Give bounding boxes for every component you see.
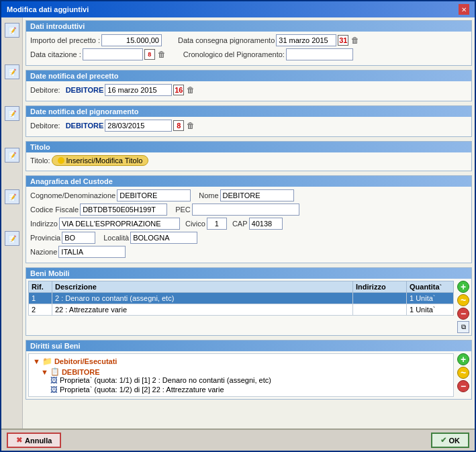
section-header-anagrafica: Anagrafica del Custode xyxy=(26,176,471,187)
cal-icon-precetto[interactable]: 16 xyxy=(173,85,184,95)
x-icon: ✖ xyxy=(16,436,22,445)
citazione-input[interactable] xyxy=(83,48,143,60)
civico-input[interactable] xyxy=(207,218,227,230)
trash-consegna[interactable]: 🗑 xyxy=(350,35,361,46)
copy-bene-button[interactable]: ⧉ xyxy=(457,321,469,333)
inserisci-titolo-button[interactable]: Inserisci/Modifica Titolo xyxy=(52,155,149,166)
cal-icon-pign[interactable]: 8 xyxy=(173,120,184,131)
cal-icon-citazione[interactable]: 8 xyxy=(144,49,155,60)
edit-diritto-button[interactable]: ~ xyxy=(457,367,469,379)
date-precetto-input[interactable] xyxy=(105,84,172,96)
section-titolo: Titolo Titolo: Inserisci/Modifica Titolo xyxy=(26,141,472,171)
cap-label: CAP xyxy=(232,220,248,228)
left-icon-2: 📝 xyxy=(5,64,19,79)
cronologico-input[interactable] xyxy=(286,48,353,60)
date-pign-input[interactable] xyxy=(105,120,172,132)
section-body-date-precetto: Debitore: DEBITORE 16 🗑 xyxy=(26,81,471,101)
left-icon-1: 📝 xyxy=(5,23,19,38)
table-row[interactable]: 1 2 : Denaro no contanti (assegni, etc) … xyxy=(29,293,454,304)
add-diritto-button[interactable]: + xyxy=(457,353,469,365)
cf-label: Codice Fiscale xyxy=(30,206,79,214)
ok-button[interactable]: ✔ OK xyxy=(431,433,470,448)
section-beni-mobili: Beni Mobili Rif. Descrizione Indirizzo Q… xyxy=(26,267,472,336)
expand-debitore-icon: ▼ xyxy=(41,368,48,376)
row-importo: Importo del precetto : Data consegna pig… xyxy=(30,34,467,46)
localita-input[interactable] xyxy=(130,232,197,244)
folder-debitore-icon: 📋 xyxy=(50,367,60,376)
section-header-beni-mobili: Beni Mobili xyxy=(26,268,471,279)
cell-desc-2: 22 : Attrezzature varie xyxy=(52,304,353,316)
trash-pign[interactable]: 🗑 xyxy=(185,120,196,131)
diritti-action-buttons: + ~ − xyxy=(457,353,469,392)
titlebar: Modifica dati aggiuntivi ✕ xyxy=(1,1,475,17)
provincia-input[interactable] xyxy=(62,232,95,244)
localita-label: Località xyxy=(103,234,129,242)
debitore-precetto-bold: DEBITORE xyxy=(66,86,104,94)
img-icon-2: 🖼 xyxy=(50,386,58,394)
cell-ind-1 xyxy=(353,293,407,304)
nome-input[interactable] xyxy=(220,189,294,201)
row-cognome-nome: Cognome/Denominazione Nome xyxy=(30,189,467,201)
row-citazione: Data citazione : 8 🗑 Cronologico del Pig… xyxy=(30,48,467,60)
section-date-precetto: Date notifica del precetto Debitore: DEB… xyxy=(26,70,472,101)
section-diritti: Diritti sui Beni ▼ 📁 Debitori/Esecutati xyxy=(26,340,472,400)
delete-diritto-button[interactable]: − xyxy=(457,380,469,392)
trash-precetto[interactable]: 🗑 xyxy=(185,85,196,95)
col-quantita: Quantita` xyxy=(407,281,454,293)
debitore-precetto-label: Debitore: xyxy=(30,86,60,94)
img-icon-1: 🖼 xyxy=(50,376,58,384)
indirizzo-input[interactable] xyxy=(59,218,180,230)
section-body-titolo: Titolo: Inserisci/Modifica Titolo xyxy=(26,152,471,171)
indirizzo-label: Indirizzo xyxy=(30,220,58,228)
delete-bene-button[interactable]: − xyxy=(457,308,469,320)
cal-icon-consegna[interactable]: 31 xyxy=(338,35,348,46)
left-icon-4: 📝 xyxy=(5,148,19,163)
cognome-label: Cognome/Denominazione xyxy=(30,191,115,199)
importo-input[interactable] xyxy=(101,34,162,46)
trash-citazione[interactable]: 🗑 xyxy=(156,49,167,60)
bottom-bar: ✖ Annulla ✔ OK xyxy=(1,428,475,451)
cell-ind-2 xyxy=(353,304,407,316)
folder-root-icon: 📁 xyxy=(42,357,52,366)
section-header-titolo: Titolo xyxy=(26,142,471,152)
beni-table: Rif. Descrizione Indirizzo Quantita` 1 2… xyxy=(28,281,454,316)
cap-input[interactable] xyxy=(249,218,283,230)
cell-qty-2: 1 Unita` xyxy=(407,304,454,316)
pec-input[interactable] xyxy=(192,204,299,216)
cronologico-label: Cronologico del Pignoramento: xyxy=(183,50,285,58)
citazione-label: Data citazione : xyxy=(30,50,81,58)
cell-qty-1: 1 Unita` xyxy=(407,293,454,304)
importo-label: Importo del precetto : xyxy=(30,36,100,44)
main-content: 📝 📝 📝 📝 📝 📝 Dati introduttivi Importo de… xyxy=(1,17,475,428)
nazione-input[interactable] xyxy=(58,246,126,258)
row-debitore-pignoramento: Debitore: DEBITORE 8 🗑 xyxy=(30,120,467,132)
cell-rif-2: 2 xyxy=(29,304,52,316)
left-icons-panel: 📝 📝 📝 📝 📝 📝 xyxy=(1,17,23,428)
civico-label: Civico xyxy=(185,220,205,228)
annulla-button[interactable]: ✖ Annulla xyxy=(7,433,61,448)
row-nazione: Nazione xyxy=(30,246,467,258)
section-header-dati-introduttivi: Dati introduttivi xyxy=(26,21,471,32)
diritti-tree: ▼ 📁 Debitori/Esecutati ▼ 📋 DEBITORE xyxy=(28,353,454,397)
section-header-date-precetto: Date notifica del precetto xyxy=(26,71,471,81)
cf-input[interactable] xyxy=(80,204,167,216)
yellow-dot-icon xyxy=(58,157,64,164)
left-icon-6: 📝 xyxy=(5,231,19,246)
check-icon: ✔ xyxy=(440,436,446,445)
nome-label: Nome xyxy=(199,191,218,199)
section-body-beni-mobili: Rif. Descrizione Indirizzo Quantita` 1 2… xyxy=(26,279,471,335)
data-consegna-label: Data consegna pignoramento xyxy=(178,36,275,44)
left-icon-3: 📝 xyxy=(5,106,19,121)
add-bene-button[interactable]: + xyxy=(457,281,469,293)
provincia-label: Provincia xyxy=(30,234,60,242)
pec-label: PEC xyxy=(175,206,191,214)
close-button[interactable]: ✕ xyxy=(459,4,469,15)
scroll-area[interactable]: Dati introduttivi Importo del precetto :… xyxy=(23,17,475,428)
cognome-input[interactable] xyxy=(117,189,191,201)
table-row[interactable]: 2 22 : Attrezzature varie 1 Unita` xyxy=(29,304,454,316)
data-consegna-input[interactable] xyxy=(276,34,336,46)
edit-bene-button[interactable]: ~ xyxy=(457,294,469,306)
row-titolo: Titolo: Inserisci/Modifica Titolo xyxy=(30,155,467,166)
tree-root: ▼ 📁 Debitori/Esecutati xyxy=(32,356,450,367)
col-indirizzo: Indirizzo xyxy=(353,281,407,293)
